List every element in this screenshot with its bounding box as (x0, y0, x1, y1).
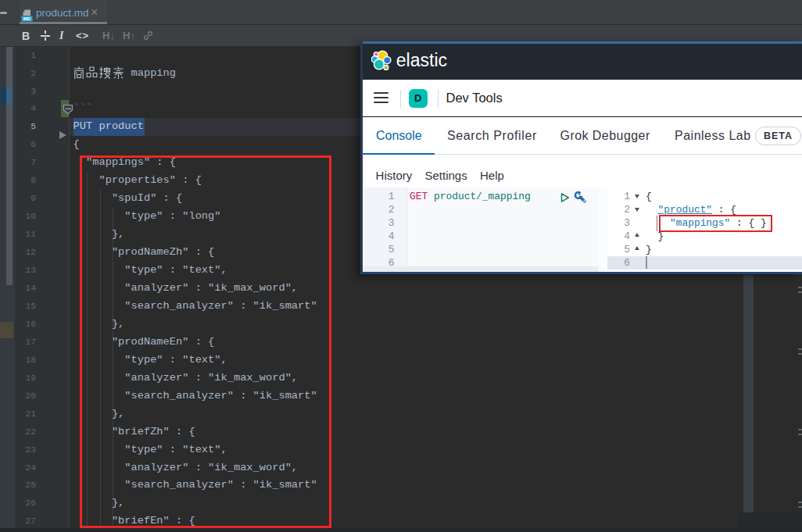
svg-text:MD: MD (23, 16, 31, 21)
